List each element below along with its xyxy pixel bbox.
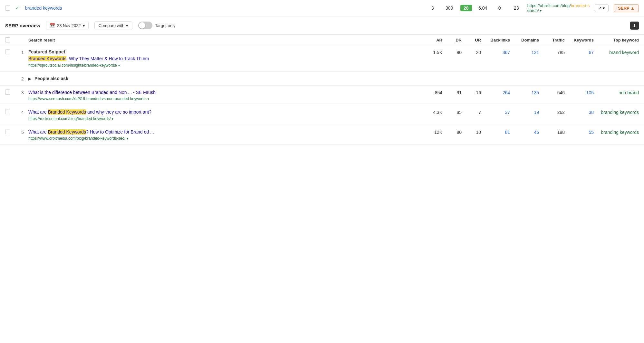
date-picker[interactable]: 📅 23 Nov 2022 ▾ <box>46 21 89 30</box>
row5-top-keyword: branding keywords <box>594 129 639 135</box>
row5-traffic: 198 <box>539 129 565 135</box>
row1-title-rest: : Why They Matter & How to Track Th em <box>66 56 149 61</box>
row1-backlinks[interactable]: 367 <box>481 49 510 55</box>
check-icon: ✓ <box>15 5 19 11</box>
row1-url[interactable]: https://sproutsocial.com/insights/brande… <box>28 63 417 68</box>
keyword-row-checkbox[interactable] <box>5 5 10 11</box>
result-row-1: 1 Featured Snippet Branded Keywords: Why… <box>0 45 644 72</box>
target-only-label: Target only <box>155 23 176 28</box>
row3-traffic: 546 <box>539 89 565 95</box>
row5-checkbox[interactable] <box>5 129 10 134</box>
row4-url[interactable]: https://rockcontent.com/blog/branded-key… <box>28 116 417 121</box>
row3-keywords[interactable]: 105 <box>565 89 594 95</box>
row4-top-keyword: branding keywords <box>594 109 639 115</box>
header-keywords[interactable]: Keywords <box>565 38 594 42</box>
row4-domains[interactable]: 19 <box>510 109 539 115</box>
row1-checkbox[interactable] <box>5 49 10 54</box>
row1-keywords[interactable]: 67 <box>565 49 594 55</box>
row4-keywords[interactable]: 38 <box>565 109 594 115</box>
row5-content: What are Branded Keywords? How to Optimi… <box>28 129 417 141</box>
header-domains[interactable]: Domains <box>510 38 539 42</box>
row1-checkbox-cell <box>5 49 17 54</box>
kw-stat-1: 3 <box>427 5 438 11</box>
row3-dr: 91 <box>442 89 462 95</box>
export-icon: ⬇ <box>633 23 636 28</box>
row3-backlinks[interactable]: 264 <box>481 89 510 95</box>
header-checkbox-col <box>5 37 17 42</box>
row3-ar: 854 <box>417 89 442 95</box>
date-dropdown-icon: ▾ <box>83 23 85 28</box>
header-ar[interactable]: AR <box>417 38 442 42</box>
compare-with-label: Compare with <box>99 23 124 28</box>
row4-title[interactable]: What are Branded Keywords and why they a… <box>28 109 417 116</box>
row4-ur: 7 <box>462 109 481 115</box>
serp-label: SERP ▲ <box>618 6 635 11</box>
row3-url-dropdown[interactable]: ▾ <box>148 97 149 101</box>
result-row-2-paa: 2 ▶ People also ask <box>0 72 644 86</box>
trend-button[interactable]: ↗ ▾ <box>595 4 609 12</box>
row5-title-pre: What are <box>28 129 48 134</box>
row5-url-dropdown[interactable]: ▾ <box>127 137 128 140</box>
compare-dropdown-icon: ▾ <box>126 23 128 28</box>
row1-content: Featured Snippet Branded Keywords: Why T… <box>28 49 417 68</box>
row5-domains[interactable]: 46 <box>510 129 539 135</box>
row4-url-dropdown[interactable]: ▾ <box>112 117 113 121</box>
header-backlinks[interactable]: Backlinks <box>481 38 510 42</box>
header-traffic[interactable]: Traffic <box>539 38 565 42</box>
header-search-result: Search result <box>28 38 417 42</box>
serp-overview-title: SERP overview <box>5 23 40 28</box>
row1-num: 1 <box>17 49 28 55</box>
row5-keywords[interactable]: 55 <box>565 129 594 135</box>
target-only-toggle-wrap: Target only <box>138 22 176 29</box>
row3-title-text: What is the difference between Branded a… <box>28 90 156 95</box>
row1-ar: 1.5K <box>417 49 442 55</box>
row1-top-keyword: brand keyword <box>594 49 639 55</box>
serp-overview-bar: SERP overview 📅 23 Nov 2022 ▾ Compare wi… <box>0 16 644 35</box>
row1-dr: 90 <box>442 49 462 55</box>
row4-backlinks[interactable]: 37 <box>481 109 510 115</box>
row4-title-highlight: Branded Keywords <box>48 109 86 115</box>
keyword-url[interactable]: https://ahrefs.com/blog/branded-s earch/… <box>527 3 590 13</box>
featured-snippet-label: Featured Snippet <box>28 49 417 54</box>
row3-num: 3 <box>17 89 28 95</box>
row4-content: What are Branded Keywords and why they a… <box>28 109 417 121</box>
row4-title-pre: What are <box>28 109 48 115</box>
compare-with-button[interactable]: Compare with ▾ <box>94 21 132 30</box>
header-dr[interactable]: DR <box>442 38 462 42</box>
export-button[interactable]: ⬇ <box>630 22 639 30</box>
row3-checkbox-cell <box>5 89 17 95</box>
target-only-toggle[interactable] <box>138 22 152 29</box>
row3-checkbox[interactable] <box>5 89 10 95</box>
row3-ur: 16 <box>462 89 481 95</box>
header-top-keyword[interactable]: Top keyword <box>594 38 639 42</box>
row5-dr: 80 <box>442 129 462 135</box>
row5-title[interactable]: What are Branded Keywords? How to Optimi… <box>28 129 417 135</box>
row1-traffic: 785 <box>539 49 565 55</box>
row4-checkbox[interactable] <box>5 109 10 114</box>
paa-expand-icon[interactable]: ▶ <box>28 77 31 81</box>
row3-domains[interactable]: 135 <box>510 89 539 95</box>
row2-num: 2 <box>17 76 28 81</box>
result-row-5: 5 What are Branded Keywords? How to Opti… <box>0 125 644 145</box>
kw-stat-4: 6.04 <box>477 5 489 11</box>
row3-url[interactable]: https://www.semrush.com/kb/819-branded-v… <box>28 97 417 101</box>
date-label: 23 Nov 2022 <box>57 23 81 28</box>
row1-title[interactable]: Branded Keywords: Why They Matter & How … <box>28 56 417 62</box>
serp-button[interactable]: SERP ▲ <box>614 4 639 12</box>
row1-ur: 20 <box>462 49 481 55</box>
select-all-checkbox[interactable] <box>5 37 10 42</box>
keyword-name[interactable]: branded keywords <box>25 5 422 11</box>
header-ur[interactable]: UR <box>462 38 481 42</box>
calendar-icon: 📅 <box>50 23 55 28</box>
row4-num: 4 <box>17 109 28 115</box>
row5-num: 5 <box>17 129 28 135</box>
row1-domains[interactable]: 121 <box>510 49 539 55</box>
kw-stat-6: 23 <box>511 5 522 11</box>
row4-traffic: 262 <box>539 109 565 115</box>
row1-url-dropdown[interactable]: ▾ <box>118 64 120 67</box>
row5-backlinks[interactable]: 81 <box>481 129 510 135</box>
row5-ar: 12K <box>417 129 442 135</box>
row5-url[interactable]: https://www.orbitmedia.com/blog/branded-… <box>28 136 417 141</box>
trend-dropdown-icon: ▾ <box>603 6 605 11</box>
row3-title[interactable]: What is the difference between Branded a… <box>28 89 417 96</box>
